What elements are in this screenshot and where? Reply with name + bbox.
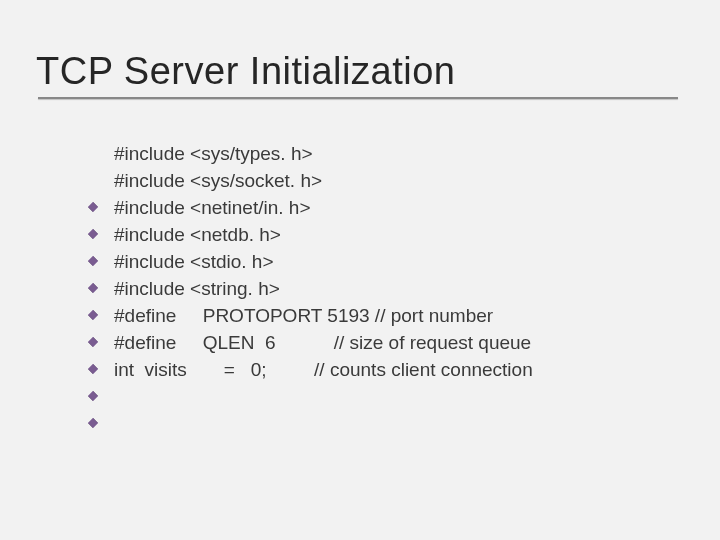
code-text: #include <netdb. h> bbox=[114, 222, 281, 249]
diamond-bullet-icon bbox=[86, 308, 102, 324]
code-text: #include <sys/socket. h> bbox=[114, 168, 322, 195]
code-line: #include <sys/socket. h> bbox=[86, 168, 680, 195]
slide: TCP Server Initialization #include <sys/… bbox=[0, 0, 720, 540]
content-area: #include <sys/types. h> #include <sys/so… bbox=[86, 141, 680, 384]
diamond-bullet-icon bbox=[86, 254, 102, 270]
code-line: #define QLEN 6 // size of request queue bbox=[86, 330, 680, 357]
code-line: #include <netinet/in. h> bbox=[86, 195, 680, 222]
code-line: #define PROTOPORT 5193 // port number bbox=[86, 303, 680, 330]
diamond-bullet-icon bbox=[86, 281, 102, 297]
code-text: #define QLEN 6 // size of request queue bbox=[114, 330, 531, 357]
code-line: #include <stdio. h> bbox=[86, 249, 680, 276]
code-line: #include <sys/types. h> bbox=[86, 141, 680, 168]
diamond-bullet-icon bbox=[86, 362, 102, 378]
diamond-bullet-icon bbox=[86, 146, 102, 162]
code-text: #define PROTOPORT 5193 // port number bbox=[114, 303, 493, 330]
code-text: #include <string. h> bbox=[114, 276, 280, 303]
diamond-bullet-icon bbox=[86, 335, 102, 351]
slide-title: TCP Server Initialization bbox=[36, 50, 680, 93]
code-line: int visits = 0; // counts client connect… bbox=[86, 357, 680, 384]
code-text: #include <netinet/in. h> bbox=[114, 195, 311, 222]
code-text: #include <sys/types. h> bbox=[114, 141, 313, 168]
code-line: #include <string. h> bbox=[86, 276, 680, 303]
code-line: #include <netdb. h> bbox=[86, 222, 680, 249]
svg-rect-16 bbox=[88, 418, 98, 428]
code-text: int visits = 0; // counts client connect… bbox=[114, 357, 533, 384]
title-underline bbox=[38, 97, 678, 99]
diamond-bullet-icon bbox=[86, 200, 102, 216]
diamond-bullet-icon bbox=[86, 227, 102, 243]
diamond-bullet-icon bbox=[86, 173, 102, 189]
code-text: #include <stdio. h> bbox=[114, 249, 274, 276]
